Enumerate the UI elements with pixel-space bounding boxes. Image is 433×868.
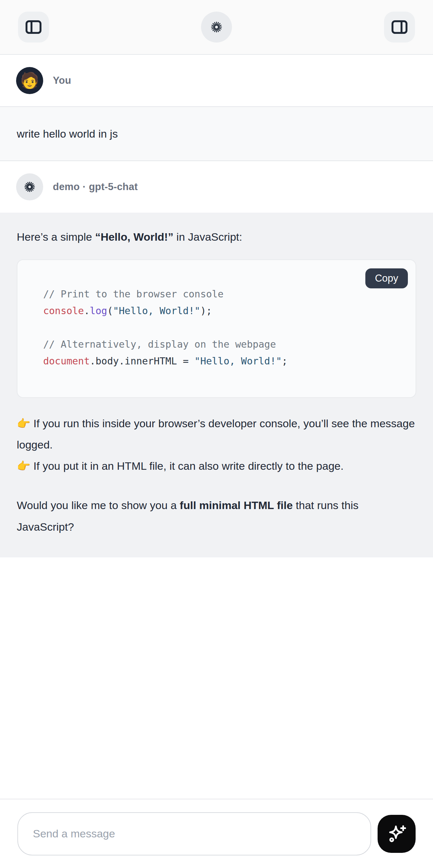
assistant-author-label: demo · gpt-5-chat: [53, 181, 137, 193]
user-message-band: write hello world in js: [0, 106, 433, 161]
top-bar: [0, 0, 433, 55]
user-message-text: write hello world in js: [17, 123, 416, 144]
starburst-icon: [209, 20, 224, 34]
assistant-intro-text: Here’s a simple “Hello, World!” in JavaS…: [17, 226, 416, 247]
assistant-message-header: demo · gpt-5-chat: [0, 161, 433, 213]
assistant-message-band: Here’s a simple “Hello, World!” in JavaS…: [0, 213, 433, 557]
send-button[interactable]: [378, 815, 415, 853]
user-avatar-emoji: 🧑: [20, 73, 39, 88]
panel-right-icon: [390, 18, 409, 36]
message-composer: [0, 799, 433, 868]
copy-code-button[interactable]: Copy: [365, 269, 408, 288]
assistant-avatar: [16, 173, 43, 200]
assistant-tips-text: 👉 If you run this inside your browser’s …: [17, 413, 416, 477]
toggle-right-sidebar-button[interactable]: [384, 11, 415, 42]
assistant-closing-text: Would you like me to show you a full min…: [17, 495, 416, 537]
assistant-message: demo · gpt-5-chat Here’s a simple “Hello…: [0, 161, 433, 557]
user-message-header: 🧑 You: [0, 55, 433, 106]
user-avatar: 🧑: [16, 67, 43, 94]
code-block: Copy // Print to the browser consolecons…: [17, 259, 416, 398]
message-input[interactable]: [18, 812, 371, 856]
chat-transcript: 🧑 You write hello world in js: [0, 55, 433, 557]
sparkle-plus-icon: [386, 823, 407, 844]
toggle-left-sidebar-button[interactable]: [18, 11, 49, 42]
user-author-label: You: [53, 75, 71, 86]
user-message: 🧑 You write hello world in js: [0, 55, 433, 161]
model-logo-button[interactable]: [201, 11, 232, 42]
code-content: // Print to the browser consoleconsole.l…: [43, 286, 398, 370]
starburst-icon: [23, 180, 36, 193]
empty-scroll-area: [0, 557, 433, 799]
panel-left-icon: [24, 18, 43, 36]
